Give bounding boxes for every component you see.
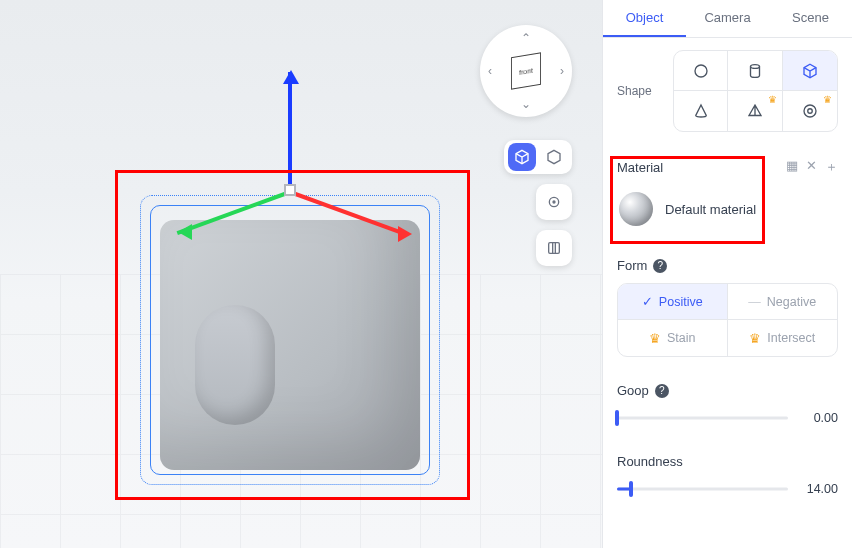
svg-point-3 [695, 65, 707, 77]
form-intersect[interactable]: ♛Intersect [728, 320, 838, 356]
material-actions: ▦ ✕ ＋ [786, 158, 838, 176]
viewcube-mini[interactable]: front [511, 52, 541, 89]
chevron-down-icon[interactable]: ⌄ [521, 97, 531, 111]
shape-sphere[interactable] [674, 51, 728, 91]
form-positive[interactable]: ✓Positive [618, 284, 728, 320]
form-negative[interactable]: —Negative [728, 284, 838, 320]
columns-icon [540, 234, 568, 262]
inspector-tabs: Object Camera Scene [603, 0, 852, 38]
svg-point-1 [553, 201, 555, 203]
render-mode-toggle [504, 140, 572, 174]
shape-torus[interactable]: ♛ [783, 91, 837, 131]
form-stain[interactable]: ♛Stain [618, 320, 728, 356]
viewcube-front-label: front [519, 66, 533, 77]
crown-icon: ♛ [749, 331, 761, 346]
minus-icon: — [748, 295, 761, 309]
annotation-highlight-viewport [115, 170, 470, 500]
grid-icon[interactable]: ▦ [786, 158, 798, 176]
wireframe-mode-button[interactable] [540, 143, 568, 171]
form-label: Form [617, 258, 647, 273]
focus-button[interactable] [536, 184, 572, 220]
crown-icon: ♛ [823, 94, 832, 105]
shape-cube[interactable] [783, 51, 837, 91]
form-stain-label: Stain [667, 331, 696, 345]
form-positive-label: Positive [659, 295, 703, 309]
viewcube-widget[interactable]: ⌃ ⌄ ‹ › front [480, 25, 572, 117]
tab-object[interactable]: Object [603, 0, 686, 37]
form-grid: ✓Positive —Negative ♛Stain ♛Intersect [617, 283, 838, 357]
cylinder-icon [746, 62, 764, 80]
chevron-left-icon[interactable]: ‹ [488, 64, 492, 78]
torus-icon [801, 102, 819, 120]
add-icon[interactable]: ＋ [825, 158, 838, 176]
tab-camera[interactable]: Camera [686, 0, 769, 37]
sphere-icon [692, 62, 710, 80]
form-negative-label: Negative [767, 295, 816, 309]
goop-value: 0.00 [798, 411, 838, 425]
chevron-up-icon[interactable]: ⌃ [521, 31, 531, 45]
tab-scene[interactable]: Scene [769, 0, 852, 37]
chevron-right-icon[interactable]: › [560, 64, 564, 78]
target-icon [540, 188, 568, 216]
svg-rect-2 [549, 243, 560, 254]
viewport-3d[interactable]: ⌃ ⌄ ‹ › front [0, 0, 602, 548]
cube-outline-icon [546, 149, 562, 165]
arrow-z [283, 62, 299, 84]
shape-cone[interactable] [674, 91, 728, 131]
form-intersect-label: Intersect [767, 331, 815, 345]
svg-point-5 [804, 105, 816, 117]
check-icon: ✓ [642, 294, 653, 309]
goop-slider[interactable] [617, 408, 788, 428]
roundness-slider[interactable] [617, 479, 788, 499]
section-form: Form? ✓Positive —Negative ♛Stain ♛Inters… [617, 258, 838, 357]
svg-point-6 [808, 109, 813, 114]
section-shape: Shape [617, 50, 838, 132]
roundness-label: Roundness [617, 454, 683, 469]
inspector-panel: Object Camera Scene Shape [602, 0, 852, 548]
help-icon[interactable]: ? [653, 259, 667, 273]
shape-grid: ♛ ♛ [673, 50, 838, 132]
pyramid-icon [746, 102, 764, 120]
section-roundness: Roundness 14.00 [617, 454, 838, 499]
roundness-value: 14.00 [798, 482, 838, 496]
section-goop: Goop? 0.00 [617, 383, 838, 428]
cube-solid-icon [514, 149, 530, 165]
goop-label: Goop [617, 383, 649, 398]
annotation-highlight-material [610, 156, 765, 244]
layout-button[interactable] [536, 230, 572, 266]
shape-cylinder[interactable] [728, 51, 782, 91]
shuffle-icon[interactable]: ✕ [806, 158, 817, 176]
shape-pyramid[interactable]: ♛ [728, 91, 782, 131]
viewport-toolbar [504, 140, 572, 266]
crown-icon: ♛ [649, 331, 661, 346]
cone-icon [692, 102, 710, 120]
crown-icon: ♛ [768, 94, 777, 105]
shape-label: Shape [617, 84, 661, 98]
shaded-mode-button[interactable] [508, 143, 536, 171]
cube-icon [801, 62, 819, 80]
help-icon[interactable]: ? [655, 384, 669, 398]
svg-point-4 [750, 64, 759, 68]
